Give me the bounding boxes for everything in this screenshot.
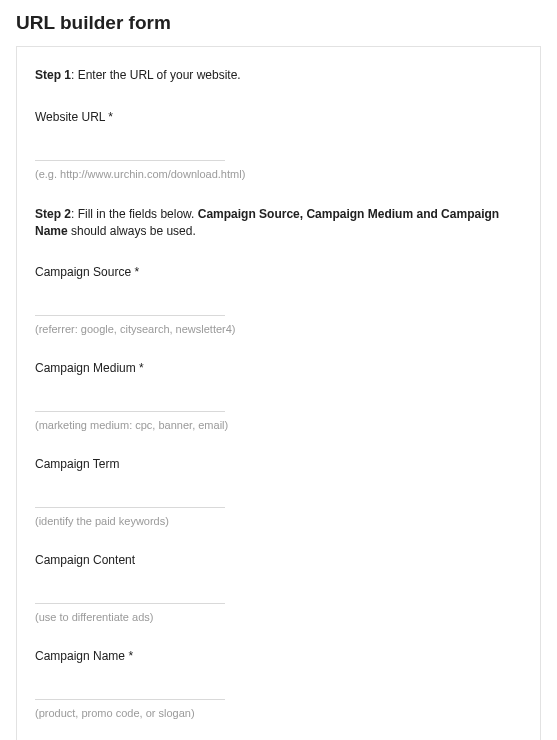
step-2-bold1: Step 2 [35, 207, 71, 221]
campaign-term-label: Campaign Term [35, 457, 522, 471]
url-builder-form: Step 1: Enter the URL of your website. W… [16, 46, 541, 740]
campaign-source-input[interactable] [35, 297, 225, 316]
step-2-text: Step 2: Fill in the fields below. Campai… [35, 206, 522, 240]
field-campaign-term: Campaign Term (identify the paid keyword… [35, 457, 522, 527]
step-1-text: Step 1: Enter the URL of your website. [35, 67, 522, 84]
campaign-term-hint: (identify the paid keywords) [35, 515, 522, 527]
step-1-rest: : Enter the URL of your website. [71, 68, 241, 82]
field-campaign-name: Campaign Name * (product, promo code, or… [35, 649, 522, 719]
campaign-content-label: Campaign Content [35, 553, 522, 567]
field-website-url: Website URL * (e.g. http://www.urchin.co… [35, 110, 522, 180]
page-title: URL builder form [16, 12, 541, 34]
campaign-medium-hint: (marketing medium: cpc, banner, email) [35, 419, 522, 431]
campaign-content-hint: (use to differentiate ads) [35, 611, 522, 623]
field-campaign-medium: Campaign Medium * (marketing medium: cpc… [35, 361, 522, 431]
campaign-content-input[interactable] [35, 585, 225, 604]
campaign-name-input[interactable] [35, 681, 225, 700]
step-2-text1: : Fill in the fields below. [71, 207, 198, 221]
campaign-medium-label: Campaign Medium * [35, 361, 522, 375]
step-1-bold: Step 1 [35, 68, 71, 82]
campaign-source-label: Campaign Source * [35, 265, 522, 279]
campaign-name-hint: (product, promo code, or slogan) [35, 707, 522, 719]
campaign-medium-input[interactable] [35, 393, 225, 412]
field-campaign-content: Campaign Content (use to differentiate a… [35, 553, 522, 623]
website-url-label: Website URL * [35, 110, 522, 124]
step-2-text2: should always be used. [68, 224, 196, 238]
campaign-term-input[interactable] [35, 489, 225, 508]
website-url-hint: (e.g. http://www.urchin.com/download.htm… [35, 168, 522, 180]
campaign-source-hint: (referrer: google, citysearch, newslette… [35, 323, 522, 335]
field-campaign-source: Campaign Source * (referrer: google, cit… [35, 265, 522, 335]
website-url-input[interactable] [35, 142, 225, 161]
campaign-name-label: Campaign Name * [35, 649, 522, 663]
